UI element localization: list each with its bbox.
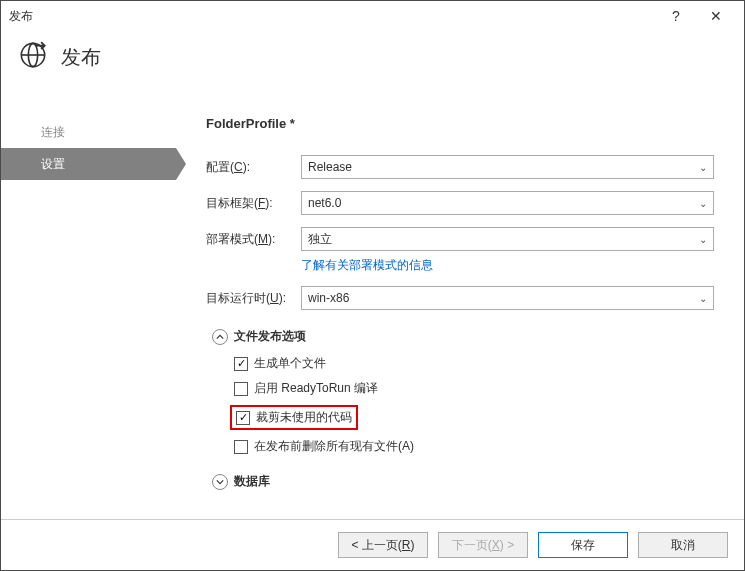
runtime-label: 目标运行时(U): [206, 290, 301, 307]
chevron-down-icon: ⌄ [699, 293, 707, 304]
publish-dialog: 发布 ? ✕ 发布 连接 设置 FolderProfile * [0, 0, 745, 571]
configuration-row: 配置(C): Release ⌄ [206, 155, 714, 179]
checkbox-icon [234, 440, 248, 454]
select-value: win-x86 [308, 291, 349, 305]
checkbox-label: 生成单个文件 [254, 355, 326, 372]
profile-name: FolderProfile * [206, 116, 714, 131]
database-section: 数据库 [212, 473, 714, 490]
section-title: 数据库 [234, 473, 270, 490]
checkbox-icon [234, 382, 248, 396]
sidebar: 连接 设置 [1, 91, 176, 519]
file-publish-header[interactable]: 文件发布选项 [212, 328, 714, 345]
sidebar-item-label: 连接 [41, 124, 65, 141]
deployment-link-row: 了解有关部署模式的信息 [301, 257, 714, 274]
readytorun-checkbox-row[interactable]: 启用 ReadyToRun 编译 [234, 380, 714, 397]
framework-row: 目标框架(F): net6.0 ⌄ [206, 191, 714, 215]
save-button[interactable]: 保存 [538, 532, 628, 558]
checkbox-icon [234, 357, 248, 371]
header-title: 发布 [61, 44, 101, 71]
prev-button[interactable]: < 上一页(R) [338, 532, 428, 558]
cancel-button[interactable]: 取消 [638, 532, 728, 558]
titlebar: 发布 ? ✕ [1, 1, 744, 31]
deployment-row: 部署模式(M): 独立 ⌄ [206, 227, 714, 251]
checkbox-label: 裁剪未使用的代码 [256, 409, 352, 426]
chevron-down-icon: ⌄ [699, 198, 707, 209]
select-value: net6.0 [308, 196, 341, 210]
database-header[interactable]: 数据库 [212, 473, 714, 490]
close-icon[interactable]: ✕ [696, 8, 736, 24]
select-value: 独立 [308, 231, 332, 248]
chevron-down-icon: ⌄ [699, 162, 707, 173]
dialog-header: 发布 [1, 31, 744, 91]
single-file-checkbox-row[interactable]: 生成单个文件 [234, 355, 714, 372]
configuration-select[interactable]: Release ⌄ [301, 155, 714, 179]
sidebar-item-connection[interactable]: 连接 [1, 116, 176, 148]
checkbox-label: 在发布前删除所有现有文件(A) [254, 438, 414, 455]
sidebar-item-label: 设置 [41, 156, 65, 173]
framework-select[interactable]: net6.0 ⌄ [301, 191, 714, 215]
trim-unused-checkbox-row[interactable]: 裁剪未使用的代码 [230, 405, 714, 430]
runtime-row: 目标运行时(U): win-x86 ⌄ [206, 286, 714, 310]
chevron-down-icon: ⌄ [699, 234, 707, 245]
main-panel: FolderProfile * 配置(C): Release ⌄ 目标框架(F)… [176, 91, 744, 519]
delete-existing-checkbox-row[interactable]: 在发布前删除所有现有文件(A) [234, 438, 714, 455]
content-area: 连接 设置 FolderProfile * 配置(C): Release ⌄ 目… [1, 91, 744, 519]
configuration-label: 配置(C): [206, 159, 301, 176]
highlight-annotation: 裁剪未使用的代码 [230, 405, 358, 430]
deployment-label: 部署模式(M): [206, 231, 301, 248]
select-value: Release [308, 160, 352, 174]
globe-publish-icon [19, 41, 47, 73]
dialog-footer: < 上一页(R) 下一页(X) > 保存 取消 [1, 519, 744, 570]
file-publish-section: 文件发布选项 生成单个文件 启用 ReadyToRun 编译 裁剪未使用的代码 [212, 328, 714, 455]
expander-down-icon [212, 474, 228, 490]
expander-up-icon [212, 329, 228, 345]
section-title: 文件发布选项 [234, 328, 306, 345]
sidebar-item-settings[interactable]: 设置 [1, 148, 176, 180]
deployment-info-link[interactable]: 了解有关部署模式的信息 [301, 258, 433, 272]
help-icon[interactable]: ? [656, 8, 696, 24]
checkbox-icon [236, 411, 250, 425]
window-title: 发布 [9, 8, 656, 25]
next-button: 下一页(X) > [438, 532, 528, 558]
deployment-select[interactable]: 独立 ⌄ [301, 227, 714, 251]
runtime-select[interactable]: win-x86 ⌄ [301, 286, 714, 310]
framework-label: 目标框架(F): [206, 195, 301, 212]
checkbox-label: 启用 ReadyToRun 编译 [254, 380, 378, 397]
